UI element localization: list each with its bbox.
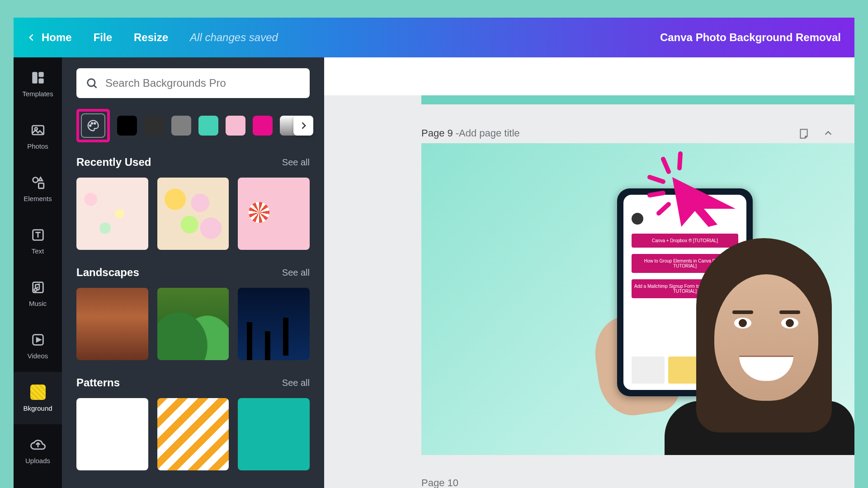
chevron-right-icon [299, 121, 308, 130]
svg-line-11 [94, 85, 97, 88]
svg-point-13 [91, 122, 93, 124]
text-icon [30, 227, 46, 243]
thumbs-recent [76, 178, 310, 250]
thumb-night-cactus[interactable] [238, 288, 310, 360]
svg-rect-2 [38, 78, 43, 83]
home-label: Home [42, 31, 72, 44]
collapse-page-button[interactable] [820, 125, 836, 141]
rail-background[interactable]: Bkground [14, 372, 62, 424]
rail-templates[interactable]: Templates [14, 57, 62, 110]
person-cutout[interactable]: Canva + Dropbox ® [TUTORIAL] How to Grou… [529, 175, 854, 455]
rail-elements-label: Elements [24, 195, 52, 202]
seeall-landscapes[interactable]: See all [282, 267, 310, 278]
palette-icon [86, 119, 100, 132]
chevron-left-icon [27, 33, 36, 42]
page-title-placeholder[interactable]: Add page title [459, 127, 520, 139]
thumb-orange-chevron[interactable] [157, 398, 229, 470]
thumb-white-pattern[interactable] [76, 398, 148, 470]
svg-point-10 [88, 79, 95, 86]
search-input[interactable] [105, 77, 301, 89]
swatch-black[interactable] [117, 116, 137, 136]
page-header: Page 9 - Add page title [421, 125, 836, 141]
context-toolbar [324, 57, 854, 95]
notes-icon [798, 127, 810, 139]
color-swatch-row [76, 109, 310, 142]
section-title-patterns: Patterns [76, 376, 120, 389]
background-icon [30, 385, 46, 400]
prev-page-peek [421, 95, 854, 104]
rail-videos[interactable]: Videos [14, 319, 62, 372]
rail-uploads[interactable]: Uploads [14, 424, 62, 477]
swatch-teal[interactable] [198, 116, 218, 136]
svg-rect-0 [32, 72, 37, 84]
svg-rect-1 [38, 72, 43, 77]
notes-button[interactable] [796, 125, 812, 141]
resize-menu[interactable]: Resize [134, 31, 168, 44]
rail-background-label: Bkground [23, 404, 52, 412]
home-button[interactable]: Home [27, 31, 72, 44]
save-status: All changes saved [190, 31, 278, 44]
palette-button[interactable] [81, 113, 105, 138]
next-page-label: Page 10 [421, 477, 458, 488]
section-head-landscapes: Landscapes See all [76, 266, 310, 279]
svg-rect-6 [38, 183, 43, 188]
file-menu[interactable]: File [94, 31, 112, 44]
rail-music[interactable]: Music [14, 267, 62, 319]
rail-photos[interactable]: Photos [14, 110, 62, 162]
thumb-green-hills[interactable] [157, 288, 229, 360]
top-bar: Home File Resize All changes saved Canva… [14, 18, 854, 57]
seeall-patterns[interactable]: See all [282, 378, 310, 388]
swatch-magenta[interactable] [253, 116, 273, 136]
app-frame: Home File Resize All changes saved Canva… [14, 18, 854, 488]
svg-point-5 [33, 177, 38, 182]
rail-music-label: Music [29, 300, 47, 307]
rail-uploads-label: Uploads [25, 457, 50, 465]
rail-videos-label: Videos [28, 352, 48, 360]
swatch-scroll-right[interactable] [293, 116, 313, 136]
rail-text[interactable]: Text [14, 215, 62, 267]
section-title-recent: Recently Used [76, 156, 151, 169]
page-number: Page 9 [421, 127, 453, 139]
elements-icon [30, 175, 46, 190]
backgrounds-panel: Recently Used See all Landscapes See all [62, 57, 324, 488]
thumb-sprinkles[interactable] [76, 178, 148, 250]
design-page[interactable]: Canva + Dropbox ® [TUTORIAL] How to Grou… [421, 143, 854, 455]
swatch-darkgrey[interactable] [144, 116, 164, 136]
palette-highlight [76, 109, 110, 142]
rail-photos-label: Photos [27, 142, 48, 150]
chevron-up-icon [823, 128, 833, 138]
swatch-pink[interactable] [226, 116, 245, 136]
uploads-icon [30, 437, 46, 452]
rail-elements[interactable]: Elements [14, 162, 62, 215]
thumb-teal-pattern[interactable] [238, 398, 310, 470]
search-box[interactable] [76, 68, 310, 98]
search-icon [85, 77, 98, 89]
thumbs-patterns [76, 398, 310, 470]
document-title[interactable]: Canva Photo Background Removal [660, 31, 841, 44]
thumb-candy-hearts[interactable] [157, 178, 229, 250]
thumb-lollipop[interactable] [238, 178, 310, 250]
videos-icon [30, 332, 46, 347]
nav-rail: Templates Photos Elements Text Music [14, 57, 62, 488]
swatch-grey[interactable] [171, 116, 191, 136]
templates-icon [30, 70, 46, 85]
music-icon [30, 280, 46, 295]
section-head-patterns: Patterns See all [76, 376, 310, 389]
photos-icon [30, 122, 46, 138]
rail-text-label: Text [32, 247, 44, 255]
section-head-recent: Recently Used See all [76, 156, 310, 169]
svg-point-14 [94, 122, 95, 124]
thumb-desert[interactable] [76, 288, 148, 360]
canvas-area: Page 9 - Add page title [324, 57, 854, 488]
rail-templates-label: Templates [22, 90, 53, 98]
thumbs-landscapes [76, 288, 310, 360]
section-title-landscapes: Landscapes [76, 266, 139, 279]
svg-point-12 [90, 125, 91, 126]
seeall-recent[interactable]: See all [282, 157, 310, 168]
